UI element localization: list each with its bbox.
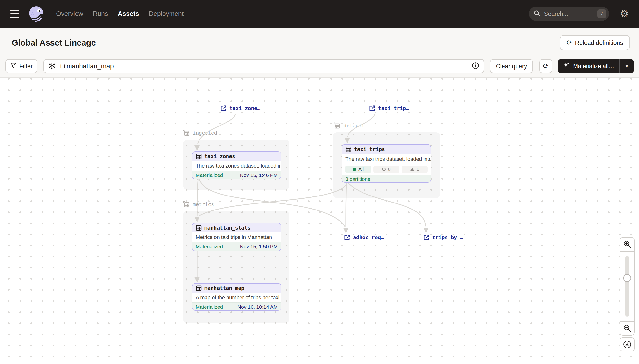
- reload-definitions-button[interactable]: ⟳ Reload definitions: [560, 35, 630, 50]
- asset-node-taxi-trips[interactable]: taxi_trips The raw taxi trips dataset, l…: [342, 144, 431, 183]
- table-icon: [196, 153, 202, 160]
- asset-name: taxi_zones: [204, 153, 235, 159]
- group-grid-icon: [183, 130, 190, 136]
- asset-name: taxi_trips: [354, 146, 385, 152]
- group-grid-icon: [333, 122, 341, 130]
- partition-health-row: All 0 0: [342, 164, 431, 174]
- refresh-icon: ⟳: [566, 39, 572, 46]
- materialized-timestamp: Nov 15, 1:46 PM: [240, 172, 278, 178]
- table-icon: [196, 285, 202, 291]
- asset-description: The raw taxi trips dataset, loaded into …: [342, 154, 431, 164]
- asset-selection-input[interactable]: ++manhattan_map: [44, 59, 484, 73]
- materialized-timestamp: Nov 15, 1:50 PM: [240, 244, 278, 250]
- external-asset-taxi-trip[interactable]: taxi_trip…: [369, 105, 409, 112]
- filter-button[interactable]: Filter: [5, 59, 38, 73]
- refresh-graph-button[interactable]: ⟳: [539, 59, 552, 73]
- group-label-ingested[interactable]: ingested: [183, 130, 217, 136]
- page-title: Global Asset Lineage: [12, 38, 96, 48]
- partitions-all-pill[interactable]: All: [345, 166, 371, 173]
- sparkle-icon: [563, 62, 570, 70]
- external-asset-adhoc-req[interactable]: adhoc_req…: [344, 234, 384, 241]
- settings-gear-icon[interactable]: ⚙: [620, 9, 629, 19]
- table-icon: [196, 225, 202, 231]
- asset-name: manhattan_stats: [204, 225, 250, 231]
- external-asset-trips-by[interactable]: trips_by_…: [423, 234, 463, 241]
- asset-node-taxi-zones[interactable]: taxi_zones The raw taxi zones dataset, l…: [192, 151, 281, 179]
- asset-description: A map of the number of trips per taxi z.…: [193, 293, 281, 302]
- materialized-status: Materialized: [196, 172, 223, 178]
- materialized-status: Materialized: [196, 304, 223, 310]
- nav-item-overview[interactable]: Overview: [56, 10, 83, 18]
- external-link-icon: [423, 234, 430, 241]
- warning-triangle-icon: [410, 168, 414, 171]
- materialize-all-button[interactable]: Materialize all…: [558, 59, 619, 73]
- external-link-icon: [220, 105, 227, 112]
- zoom-out-button[interactable]: [620, 322, 634, 335]
- asset-description: Metrics on taxi trips in Manhattan: [193, 232, 281, 242]
- search-placeholder: Search...: [544, 10, 597, 18]
- table-icon: [345, 146, 352, 152]
- search-shortcut-badge: /: [597, 10, 606, 18]
- dagster-logo-icon[interactable]: [28, 5, 45, 22]
- partitions-failed-pill[interactable]: 0: [402, 166, 428, 173]
- external-link-icon: [369, 105, 376, 112]
- funnel-icon: [10, 62, 17, 70]
- clear-query-button[interactable]: Clear query: [490, 59, 533, 73]
- asset-name: manhattan_map: [204, 285, 244, 291]
- zoom-slider-handle[interactable]: [623, 274, 631, 282]
- nav-item-assets[interactable]: Assets: [118, 10, 139, 18]
- partitions-missing-pill[interactable]: 0: [373, 166, 399, 173]
- lineage-toolbar: Filter ++manhattan_map Clear query ⟳: [0, 58, 639, 78]
- external-asset-taxi-zone[interactable]: taxi_zone…: [220, 105, 260, 112]
- group-label-default[interactable]: default: [333, 122, 365, 130]
- materialize-dropdown-caret[interactable]: ▾: [620, 59, 634, 73]
- nav-item-runs[interactable]: Runs: [93, 10, 108, 18]
- op-selector-icon: [48, 62, 56, 70]
- lineage-canvas[interactable]: ingested default metrics taxi_zone… taxi…: [0, 78, 639, 364]
- materialized-timestamp: Nov 16, 10:14 AM: [237, 304, 278, 310]
- group-label-metrics[interactable]: metrics: [183, 201, 214, 208]
- external-link-icon: [344, 234, 350, 241]
- page-header: Global Asset Lineage ⟳ Reload definition…: [0, 28, 639, 58]
- search-input[interactable]: Search... /: [529, 7, 609, 21]
- materialized-status: Materialized: [196, 244, 223, 250]
- zoom-slider-track[interactable]: [625, 256, 629, 317]
- asset-selection-value: ++manhattan_map: [59, 62, 472, 70]
- group-grid-icon: [183, 201, 190, 208]
- info-icon[interactable]: [472, 62, 479, 70]
- zoom-panel: [620, 237, 635, 336]
- lineage-edges: [0, 78, 639, 364]
- nav-item-deployment[interactable]: Deployment: [149, 10, 184, 18]
- asset-node-manhattan-map[interactable]: manhattan_map A map of the number of tri…: [192, 283, 281, 311]
- materialize-all-split-button: Materialize all… ▾: [558, 59, 634, 73]
- partitions-count: 3 partitions: [345, 176, 370, 182]
- primary-nav: Overview Runs Assets Deployment: [56, 10, 184, 18]
- missing-ring-icon: [382, 168, 386, 171]
- asset-description: The raw taxi zones dataset, loaded int..…: [193, 161, 281, 171]
- search-icon: [533, 10, 540, 18]
- top-nav: Overview Runs Assets Deployment Search..…: [0, 0, 639, 28]
- menu-icon[interactable]: [10, 10, 21, 18]
- asset-node-manhattan-stats[interactable]: manhattan_stats Metrics on taxi trips in…: [192, 223, 281, 251]
- refresh-icon: ⟳: [543, 63, 548, 70]
- success-dot-icon: [353, 168, 356, 171]
- zoom-in-button[interactable]: [620, 238, 634, 251]
- zoom-slider[interactable]: [620, 251, 634, 322]
- download-graph-button[interactable]: [620, 338, 635, 352]
